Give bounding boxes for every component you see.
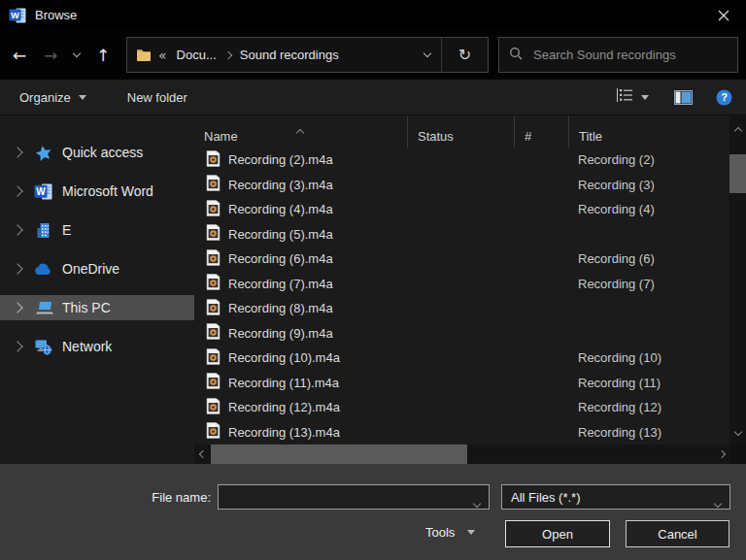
- expand-chevron-icon[interactable]: [10, 148, 24, 156]
- table-row[interactable]: Recording (2).m4a Recording (2): [194, 148, 729, 173]
- breadcrumb-separator-icon[interactable]: [225, 52, 231, 58]
- sidebar-item-network[interactable]: Network: [0, 334, 194, 359]
- back-icon[interactable]: ←: [4, 40, 35, 71]
- column-header-number[interactable]: #: [515, 115, 569, 148]
- sidebar-item-e[interactable]: E: [0, 217, 194, 243]
- window-title: Browse: [35, 8, 77, 22]
- audio-file-icon: [206, 150, 220, 170]
- expand-chevron-icon[interactable]: [10, 304, 24, 312]
- table-row[interactable]: Recording (11).m4a Recording (11): [194, 371, 729, 396]
- word-logo-icon: W: [9, 8, 26, 23]
- sidebar-item-label: Microsoft Word: [62, 183, 153, 199]
- column-header-status[interactable]: Status: [408, 115, 515, 148]
- file-name-cell: Recording (4).m4a: [194, 200, 408, 219]
- file-name-cell: Recording (7).m4a: [194, 274, 408, 293]
- open-button[interactable]: Open: [505, 520, 610, 547]
- table-row[interactable]: Recording (4).m4a Recording (4): [194, 197, 729, 222]
- chevron-down-icon: [79, 95, 86, 100]
- file-name: Recording (12).m4a: [228, 400, 340, 414]
- vertical-scrollbar[interactable]: [729, 115, 746, 445]
- scroll-left-icon[interactable]: [194, 451, 211, 457]
- file-type-value: All Files (*.*): [511, 490, 581, 505]
- cancel-button[interactable]: Cancel: [626, 520, 729, 547]
- scroll-up-icon[interactable]: [735, 115, 741, 143]
- scroll-down-icon[interactable]: [735, 421, 741, 445]
- vertical-scrollbar-thumb[interactable]: [729, 154, 746, 193]
- file-type-select[interactable]: All Files (*.*): [501, 484, 730, 510]
- cloud-icon: [33, 263, 53, 276]
- sidebar-item-microsoft-word[interactable]: W Microsoft Word: [0, 179, 194, 204]
- table-row[interactable]: Recording (10).m4a Recording (10): [194, 346, 729, 371]
- folder-icon: [136, 48, 152, 62]
- address-bar[interactable]: « Docu... Sound recordings ↻: [126, 37, 489, 73]
- audio-file-icon: [206, 200, 220, 219]
- audio-file-icon: [206, 274, 220, 293]
- network-icon: [33, 339, 53, 355]
- tools-button[interactable]: Tools: [425, 525, 475, 540]
- table-row[interactable]: Recording (7).m4a Recording (7): [194, 272, 729, 297]
- column-header-title[interactable]: Title: [569, 115, 729, 148]
- expand-chevron-icon[interactable]: [10, 226, 24, 234]
- search-input[interactable]: [531, 47, 728, 63]
- audio-file-icon: [206, 348, 220, 368]
- table-row[interactable]: Recording (3).m4a Recording (3): [194, 173, 729, 198]
- audio-file-icon: [206, 224, 220, 244]
- organize-label: Organize: [19, 90, 71, 105]
- refresh-icon[interactable]: ↻: [442, 46, 488, 64]
- file-name-cell: Recording (13).m4a: [194, 422, 408, 442]
- dialog-footer: File name: All Files (*.*) Tools Open Ca…: [0, 464, 746, 560]
- sidebar-item-this-pc[interactable]: This PC: [0, 295, 194, 320]
- horizontal-scrollbar[interactable]: [194, 445, 729, 464]
- scroll-right-icon[interactable]: [713, 451, 729, 457]
- help-icon[interactable]: ?: [716, 89, 732, 106]
- star-icon: [33, 145, 53, 161]
- table-row[interactable]: Recording (8).m4a: [194, 296, 729, 321]
- building-icon: [33, 222, 53, 239]
- expand-chevron-icon[interactable]: [10, 187, 24, 195]
- recent-locations-icon[interactable]: [66, 40, 87, 71]
- file-name: Recording (10).m4a: [228, 350, 340, 365]
- breadcrumb-root[interactable]: Docu...: [177, 48, 217, 62]
- table-row[interactable]: Recording (5).m4a: [194, 222, 729, 247]
- file-name: Recording (9).m4a: [228, 326, 333, 341]
- table-row[interactable]: Recording (6).m4a Recording (6): [194, 247, 729, 272]
- address-dropdown-icon[interactable]: [414, 38, 441, 72]
- expand-chevron-icon[interactable]: [10, 265, 24, 273]
- file-title: Recording (3): [569, 178, 729, 192]
- file-name-cell: Recording (12).m4a: [194, 398, 408, 417]
- organize-button[interactable]: Organize: [19, 90, 86, 105]
- sidebar-item-label: Quick access: [62, 145, 143, 160]
- breadcrumb-overflow[interactable]: «: [158, 48, 167, 63]
- close-icon[interactable]: [701, 0, 746, 30]
- new-folder-button[interactable]: New folder: [127, 90, 187, 105]
- table-row[interactable]: Recording (12).m4a Recording (12): [194, 395, 729, 420]
- file-name-cell: Recording (6).m4a: [194, 249, 408, 269]
- horizontal-scrollbar-thumb[interactable]: [211, 445, 467, 464]
- file-name: Recording (5).m4a: [228, 227, 333, 242]
- up-icon[interactable]: ↑: [87, 40, 119, 71]
- file-list-pane: Name Status # Title: [194, 115, 746, 464]
- change-view-button[interactable]: [617, 88, 649, 106]
- file-list: Name Status # Title: [194, 115, 729, 445]
- file-rows: Recording (2).m4a Recording (2): [194, 148, 729, 445]
- file-name: Recording (6).m4a: [228, 251, 333, 266]
- forward-icon[interactable]: →: [35, 40, 66, 71]
- expand-chevron-icon[interactable]: [10, 343, 24, 350]
- chevron-down-icon[interactable]: [474, 495, 480, 510]
- sidebar-item-quick-access[interactable]: Quick access: [0, 140, 194, 165]
- svg-text:?: ?: [721, 91, 728, 103]
- sidebar-item-label: This PC: [62, 300, 111, 315]
- chevron-down-icon[interactable]: [715, 495, 721, 510]
- search-icon: [509, 47, 523, 64]
- preview-pane-icon[interactable]: [674, 90, 693, 105]
- file-name-cell: Recording (10).m4a: [194, 348, 408, 368]
- file-name-input[interactable]: [219, 490, 489, 505]
- breadcrumb-current[interactable]: Sound recordings: [240, 48, 339, 62]
- file-name: Recording (13).m4a: [228, 425, 340, 440]
- browse-dialog: W Browse ← → ↑ « Docu... Sound: [0, 0, 746, 560]
- table-row[interactable]: Recording (9).m4a: [194, 321, 729, 346]
- table-row[interactable]: Recording (13).m4a Recording (13): [194, 420, 729, 445]
- file-name-combo[interactable]: [218, 484, 490, 510]
- search-box[interactable]: [498, 37, 738, 73]
- sidebar-item-onedrive[interactable]: OneDrive: [0, 256, 194, 281]
